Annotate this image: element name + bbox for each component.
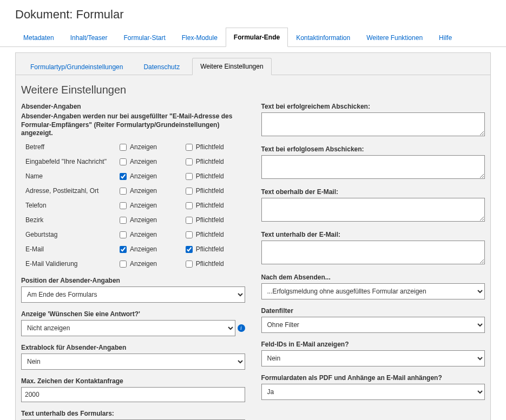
sender-required-checkbox[interactable]: Pflichtfeld — [183, 201, 245, 211]
sub-tab-datenschutz[interactable]: Datenschutz — [135, 58, 188, 75]
checkbox-required-label: Pflichtfeld — [196, 231, 224, 238]
checkbox-required-label: Pflichtfeld — [196, 158, 224, 165]
sender-show-checkbox[interactable]: Anzeigen — [117, 157, 178, 167]
sender-row-label: E-Mail Validierung — [25, 260, 112, 268]
text-success-textarea[interactable] — [261, 112, 485, 136]
datenfilter-select[interactable]: Ohne Filter — [261, 317, 485, 333]
sub-tabs: Formulartyp/GrundeinstellungenDatenschut… — [15, 52, 491, 75]
checkbox-required[interactable] — [186, 246, 193, 253]
sender-heading: Absender-Angaben — [21, 103, 245, 110]
checkbox-required[interactable] — [186, 158, 193, 165]
checkbox-required-label: Pflichtfeld — [196, 172, 224, 180]
main-tab-kontaktinformation[interactable]: Kontaktinformation — [288, 28, 358, 47]
sender-row-label: Name — [25, 172, 112, 180]
sender-show-checkbox[interactable]: Anzeigen — [117, 259, 178, 269]
checkbox-required-label: Pflichtfeld — [196, 143, 224, 151]
main-tab-inhalt-teaser[interactable]: Inhalt/Teaser — [62, 28, 116, 47]
text-below-form-label: Text unterhalb des Formulars: — [21, 410, 245, 417]
right-column: Text bei erfolgreichem Abschicken: Text … — [261, 103, 485, 420]
checkbox-show[interactable] — [120, 202, 127, 209]
text-fail-label: Text bei erfolglosem Abschicken: — [261, 145, 485, 153]
checkbox-required-label: Pflichtfeld — [196, 202, 224, 209]
checkbox-show[interactable] — [120, 217, 127, 224]
sender-row-label: Betreff — [25, 143, 112, 151]
checkbox-required[interactable] — [186, 173, 193, 180]
checkbox-show-label: Anzeigen — [130, 216, 157, 224]
text-above-mail-textarea[interactable] — [261, 198, 485, 222]
checkbox-show[interactable] — [120, 188, 127, 195]
main-tab-metadaten[interactable]: Metadaten — [15, 28, 62, 47]
checkbox-required[interactable] — [186, 217, 193, 224]
checkbox-show-label: Anzeigen — [130, 245, 157, 253]
page-title: Dokument: Formular — [0, 0, 506, 27]
main-tab-weitere-funktionen[interactable]: Weitere Funktionen — [358, 28, 431, 47]
position-select[interactable]: Am Ende des Formulars — [21, 286, 245, 303]
checkbox-required[interactable] — [186, 261, 193, 268]
sender-required-checkbox[interactable]: Pflichtfeld — [183, 244, 245, 255]
sender-row-label: Bezirk — [25, 216, 112, 224]
sender-show-checkbox[interactable]: Anzeigen — [117, 186, 178, 196]
checkbox-show[interactable] — [120, 261, 127, 268]
checkbox-required-label: Pflichtfeld — [196, 245, 224, 253]
checkbox-show-label: Anzeigen — [130, 172, 157, 180]
extrablock-select[interactable]: Nein — [21, 354, 245, 370]
checkbox-show[interactable] — [120, 246, 127, 253]
sender-required-checkbox[interactable]: Pflichtfeld — [183, 230, 245, 240]
sender-show-checkbox[interactable]: Anzeigen — [117, 244, 178, 255]
sender-row-label: Adresse, Postleitzahl, Ort — [25, 187, 112, 195]
sender-show-checkbox[interactable]: Anzeigen — [117, 201, 178, 211]
sender-required-checkbox[interactable]: Pflichtfeld — [183, 142, 245, 152]
checkbox-show-label: Anzeigen — [130, 143, 157, 151]
pdf-attach-label: Formulardaten als PDF und Anhänge an E-M… — [261, 374, 485, 382]
checkbox-required[interactable] — [186, 188, 193, 195]
checkbox-required[interactable] — [186, 231, 193, 238]
sender-required-checkbox[interactable]: Pflichtfeld — [183, 215, 245, 225]
sender-required-checkbox[interactable]: Pflichtfeld — [183, 186, 245, 196]
panel-body: Weitere Einstellungen Absender-Angaben A… — [15, 75, 491, 420]
left-column: Absender-Angaben Absender-Angaben werden… — [21, 103, 245, 420]
checkbox-show[interactable] — [120, 231, 127, 238]
field-ids-select[interactable]: Nein — [261, 350, 485, 366]
after-send-select[interactable]: ...Erfolgsmeldung ohne ausgefülltes Form… — [261, 283, 485, 299]
text-below-mail-textarea[interactable] — [261, 241, 485, 264]
sub-tab-formulartyp-grundeinstellungen[interactable]: Formulartyp/Grundeinstellungen — [22, 58, 131, 75]
answer-display-label: Anzeige 'Wünschen Sie eine Antwort?' — [21, 310, 245, 318]
sender-required-checkbox[interactable]: Pflichtfeld — [183, 171, 245, 182]
checkbox-required-label: Pflichtfeld — [196, 260, 224, 268]
main-tab-formular-start[interactable]: Formular-Start — [115, 28, 173, 47]
pdf-attach-select[interactable]: Ja — [261, 384, 485, 400]
datenfilter-label: Datenfilter — [261, 307, 485, 315]
checkbox-show[interactable] — [120, 144, 127, 151]
info-icon: i — [238, 324, 245, 332]
sender-grid: BetreffAnzeigenPflichtfeldEingabefeld "I… — [25, 142, 245, 269]
main-tabs: MetadatenInhalt/TeaserFormular-StartFlex… — [0, 27, 506, 47]
sender-show-checkbox[interactable]: Anzeigen — [117, 230, 178, 240]
checkbox-show-label: Anzeigen — [130, 202, 157, 209]
maxchars-label: Max. Zeichen der Kontaktanfrage — [21, 377, 245, 385]
checkbox-show[interactable] — [120, 158, 127, 165]
sender-row-label: E-Mail — [25, 245, 112, 253]
checkbox-show[interactable] — [120, 173, 127, 180]
sender-required-checkbox[interactable]: Pflichtfeld — [183, 259, 245, 269]
main-tab-formular-ende[interactable]: Formular-Ende — [226, 28, 288, 47]
checkbox-required-label: Pflichtfeld — [196, 187, 224, 195]
main-tab-flex-module[interactable]: Flex-Module — [174, 28, 226, 47]
sender-show-checkbox[interactable]: Anzeigen — [117, 215, 178, 225]
sender-description: Absender-Angaben werden nur bei ausgefül… — [21, 112, 245, 138]
text-below-mail-label: Text unterhalb der E-Mail: — [261, 231, 485, 238]
sender-required-checkbox[interactable]: Pflichtfeld — [183, 157, 245, 167]
sub-tab-weitere-einstellungen[interactable]: Weitere Einstellungen — [192, 58, 272, 75]
sender-show-checkbox[interactable]: Anzeigen — [117, 142, 178, 152]
checkbox-show-label: Anzeigen — [130, 260, 157, 268]
extrablock-label: Extrablock für Absender-Angaben — [21, 344, 245, 351]
position-label: Position der Absender-Angaben — [21, 277, 245, 284]
checkbox-show-label: Anzeigen — [130, 231, 157, 238]
sender-row-label: Geburtstag — [25, 231, 112, 238]
checkbox-required[interactable] — [186, 144, 193, 151]
checkbox-required[interactable] — [186, 202, 193, 209]
answer-display-select[interactable]: Nicht anzeigen — [21, 320, 235, 336]
sender-show-checkbox[interactable]: Anzeigen — [117, 171, 178, 182]
maxchars-input[interactable] — [21, 387, 245, 402]
text-fail-textarea[interactable] — [261, 155, 485, 179]
main-tab-hilfe[interactable]: Hilfe — [431, 28, 460, 47]
